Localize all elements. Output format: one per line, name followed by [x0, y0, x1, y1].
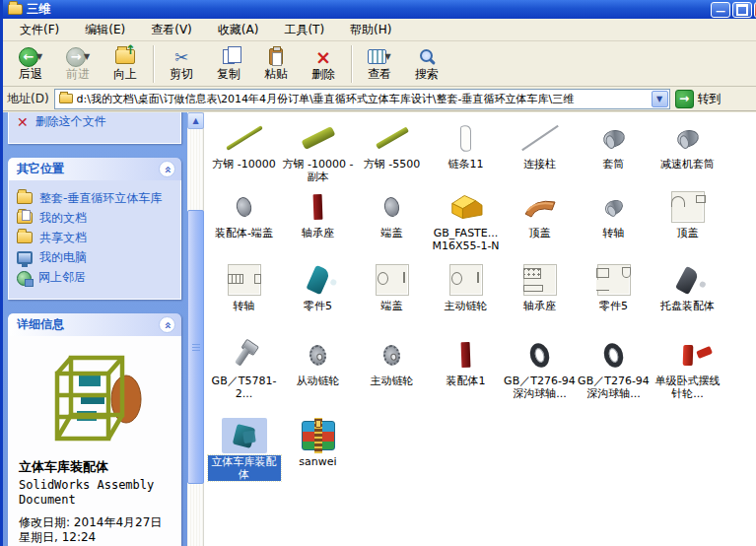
ball-bearing-icon: [527, 340, 552, 369]
back-button[interactable]: ←▼ 后退: [7, 42, 54, 86]
combo-dropdown-icon[interactable]: ▼: [652, 91, 668, 107]
other-places-header[interactable]: 其它位置: [8, 158, 181, 180]
file-item[interactable]: 零件5: [281, 258, 355, 333]
views-button[interactable]: ▼ 查看: [356, 42, 403, 86]
drawing-document-icon: [376, 264, 409, 296]
file-item[interactable]: 装配体-端盖: [207, 185, 281, 258]
details-file-type: SolidWorks Assembly Document: [19, 478, 172, 508]
file-item[interactable]: 套筒: [577, 116, 651, 185]
file-item[interactable]: 轴承座: [281, 185, 355, 258]
file-item[interactable]: 主动链轮: [429, 258, 503, 333]
vertical-scrollbar[interactable]: ▲ ▼: [187, 112, 204, 546]
back-icon: ←: [19, 47, 38, 67]
fastener-bolt-icon: [447, 191, 486, 223]
file-item[interactable]: 零件5: [577, 258, 651, 333]
scrollbar-thumb[interactable]: [187, 210, 204, 484]
file-item[interactable]: GB／T5781-2...: [207, 333, 281, 414]
file-item[interactable]: 装配体1: [429, 333, 503, 414]
file-item[interactable]: 主动链轮: [355, 333, 429, 414]
file-item[interactable]: 转轴: [207, 258, 281, 333]
file-item-selected[interactable]: 立体车库装配体: [207, 414, 281, 499]
square-steel-bar-icon: [226, 125, 263, 151]
my-documents-icon: [17, 212, 33, 224]
paste-button[interactable]: 粘贴: [252, 42, 300, 86]
place-network[interactable]: 网上邻居: [17, 267, 174, 289]
forward-button[interactable]: →▼ 前进: [54, 42, 102, 86]
file-item[interactable]: 端盖: [355, 258, 429, 333]
toolbar-separator: [351, 45, 352, 83]
go-arrow-icon: →: [675, 90, 694, 108]
chevron-down-icon[interactable]: ▼: [36, 52, 42, 61]
menu-edit[interactable]: 编辑(E): [72, 19, 138, 41]
place-parent-folder[interactable]: 整套-垂直循环立体车库: [17, 188, 174, 208]
tray-assembly-icon: [675, 265, 700, 294]
file-item[interactable]: 方钢 -5500: [355, 116, 429, 185]
details-file-name: 立体车库装配体: [19, 458, 172, 476]
folder-icon: [8, 4, 23, 15]
file-tasks-panel: ✕ 删除这个文件: [8, 112, 181, 144]
file-item[interactable]: GB／T276-94 深沟球轴...: [577, 333, 651, 414]
explorer-window: 三维 — ✕ 文件(F) 编辑(E) 查看(V) 收藏(A) 工具(T) 帮助(…: [0, 0, 756, 546]
file-item[interactable]: 链条11: [429, 116, 503, 185]
place-my-documents[interactable]: 我的文档: [17, 208, 174, 228]
file-item[interactable]: 方钢 -10000: [207, 116, 281, 185]
search-button[interactable]: 搜索: [403, 42, 450, 86]
menu-file[interactable]: 文件(F): [7, 19, 72, 41]
address-path[interactable]: d:\我的文档\桌面\订做信息表\2014年4月份订单\垂直循环式立体车库设计\…: [77, 92, 652, 106]
up-button[interactable]: 向上: [102, 42, 149, 86]
file-item[interactable]: GB／T276-94 深沟球轴...: [503, 333, 577, 414]
details-header[interactable]: 详细信息: [8, 313, 181, 336]
toolbar: ←▼ 后退 →▼ 前进 向上 ✂ 剪切 复制 粘贴 × 删除 ▼: [3, 41, 756, 87]
collapse-chevron-icon[interactable]: [159, 161, 175, 177]
cut-button[interactable]: ✂ 剪切: [158, 42, 205, 86]
end-cap-disc-icon: [382, 196, 401, 219]
sprocket-gear-icon: [308, 343, 327, 367]
sleeve-cylinder-icon: [675, 127, 701, 149]
file-item[interactable]: 转轴: [577, 185, 651, 258]
minimize-button[interactable]: —: [711, 2, 730, 18]
search-icon: [417, 47, 437, 67]
red-gearbox-icon: [682, 344, 693, 365]
chevron-down-icon[interactable]: ▼: [84, 52, 90, 61]
maximize-button[interactable]: [732, 2, 752, 18]
file-item[interactable]: 方钢 -10000 - 副本: [281, 116, 355, 185]
delete-button[interactable]: × 删除: [300, 42, 347, 86]
address-combobox[interactable]: d:\我的文档\桌面\订做信息表\2014年4月份订单\垂直循环式立体车库设计\…: [54, 89, 670, 109]
connecting-rod-icon: [521, 125, 559, 151]
place-shared-documents[interactable]: 共享文档: [17, 228, 174, 247]
sprocket-gear-icon: [381, 343, 401, 367]
red-x-icon: ✕: [17, 116, 29, 128]
file-item[interactable]: 单级卧式摆线针轮...: [651, 333, 724, 414]
file-item[interactable]: 连接柱: [503, 116, 577, 185]
network-globe-icon: [17, 271, 32, 286]
chevron-down-icon[interactable]: ▼: [384, 52, 390, 61]
drawing-document-icon: [228, 264, 261, 296]
chain-plate-icon: [460, 123, 471, 152]
scroll-up-icon[interactable]: ▲: [187, 112, 204, 129]
file-item[interactable]: GB_FASTE... M16X55-1-N: [429, 185, 503, 258]
file-item[interactable]: 托盘装配体: [651, 258, 724, 333]
collapse-chevron-icon[interactable]: [159, 316, 175, 333]
file-item[interactable]: 减速机套筒: [651, 116, 724, 185]
winrar-archive-icon: [302, 421, 335, 450]
copy-button[interactable]: 复制: [205, 42, 252, 86]
file-item[interactable]: 顶盖: [503, 185, 577, 258]
menu-view[interactable]: 查看(V): [138, 19, 205, 41]
details-panel: 详细信息: [8, 313, 181, 546]
place-my-computer[interactable]: 我的电脑: [17, 247, 174, 267]
menu-help[interactable]: 帮助(H): [337, 19, 404, 41]
title-bar[interactable]: 三维 — ✕: [3, 0, 756, 19]
file-item[interactable]: 轴承座: [503, 258, 577, 333]
clipboard-icon: [269, 48, 283, 65]
file-item[interactable]: sanwei: [281, 414, 355, 499]
drawing-document-icon: [523, 264, 557, 296]
delete-file-task[interactable]: ✕ 删除这个文件: [17, 112, 174, 133]
menu-favorites[interactable]: 收藏(A): [205, 19, 272, 41]
menu-tools[interactable]: 工具(T): [271, 19, 337, 41]
bearing-seat-icon: [313, 194, 323, 220]
file-item[interactable]: 顶盖: [651, 185, 724, 258]
end-cap-disc-icon: [235, 196, 253, 219]
file-item[interactable]: 端盖: [355, 185, 429, 258]
file-item[interactable]: 从动链轮: [281, 333, 355, 414]
go-button[interactable]: → 转到: [675, 90, 722, 108]
